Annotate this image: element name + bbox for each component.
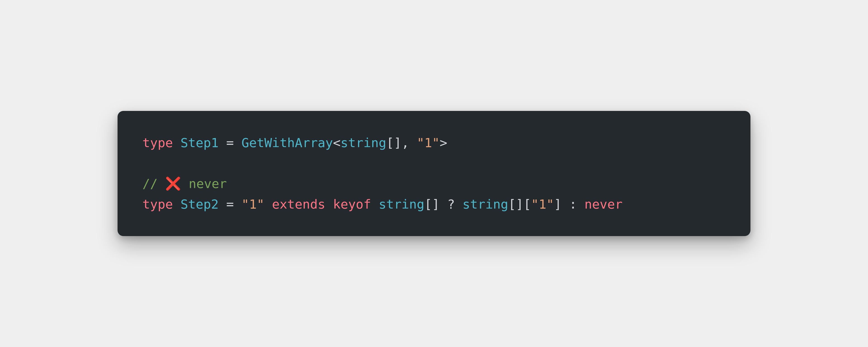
angle-close: > bbox=[440, 135, 447, 150]
brackets: [] bbox=[425, 197, 440, 212]
brackets: [] bbox=[386, 135, 401, 150]
comma: , bbox=[401, 135, 416, 150]
comment-text: never bbox=[181, 176, 227, 191]
brackets: [] bbox=[508, 197, 523, 212]
angle-open: < bbox=[333, 135, 341, 150]
type-string: string bbox=[379, 197, 424, 212]
string-literal: "1" bbox=[417, 135, 440, 150]
type-name: Step1 bbox=[181, 135, 219, 150]
string-literal: "1" bbox=[241, 197, 264, 212]
keyword-type: type bbox=[143, 135, 173, 150]
type-call: GetWithArray bbox=[241, 135, 333, 150]
type-string: string bbox=[463, 197, 508, 212]
code-line-1: type Step1 = GetWithArray<string[], "1"> bbox=[143, 135, 447, 150]
code-card: type Step1 = GetWithArray<string[], "1">… bbox=[118, 111, 750, 236]
equals: = bbox=[219, 197, 241, 212]
code-line-4: type Step2 = "1" extends keyof string[] … bbox=[143, 197, 622, 212]
string-literal: "1" bbox=[531, 197, 554, 212]
ternary-colon: : bbox=[561, 197, 584, 212]
code-line-3: // ❌ never bbox=[143, 176, 227, 191]
keyword-keyof: keyof bbox=[333, 197, 379, 212]
type-string: string bbox=[341, 135, 386, 150]
comment-slashes: // bbox=[143, 176, 165, 191]
keyword-extends: extends bbox=[264, 197, 333, 212]
ternary-q: ? bbox=[440, 197, 463, 212]
equals: = bbox=[219, 135, 241, 150]
keyword-type: type bbox=[143, 197, 173, 212]
bracket-open: [ bbox=[524, 197, 531, 212]
type-name: Step2 bbox=[181, 197, 219, 212]
keyword-never: never bbox=[585, 197, 623, 212]
code-block: type Step1 = GetWithArray<string[], "1">… bbox=[143, 133, 725, 215]
bracket-close: ] bbox=[554, 197, 562, 212]
cross-icon: ❌ bbox=[165, 176, 181, 191]
